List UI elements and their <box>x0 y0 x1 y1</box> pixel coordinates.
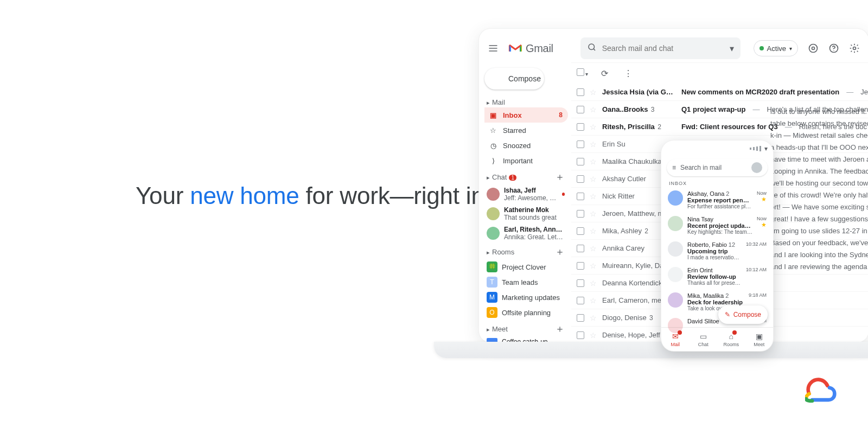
phone-search[interactable]: ≡ Search in mail <box>667 159 768 176</box>
search-icon <box>587 42 597 54</box>
star-icon[interactable]: ☆ <box>590 314 597 322</box>
star-icon[interactable]: ☆ <box>590 192 597 201</box>
overflow-snippet: k-in — Midwest retail sales check-in @ <box>770 131 868 139</box>
overflow-snippet: and I are looking into the Sydney mark <box>770 251 868 259</box>
phone-mail-row[interactable]: Akshay, Oana 2 Expense report pending Fo… <box>661 187 773 213</box>
star-icon[interactable]: ☆ <box>590 140 597 149</box>
star-icon[interactable]: ☆ <box>590 244 597 253</box>
room-item[interactable]: T Team leads <box>484 275 568 290</box>
star-icon[interactable]: ☆ <box>590 105 597 114</box>
nav-important[interactable]: ⟩Important <box>484 153 568 168</box>
star-icon[interactable]: ☆ <box>590 175 597 183</box>
gear-icon[interactable] <box>847 41 862 56</box>
avatar-icon <box>668 216 683 231</box>
star-icon[interactable]: ☆ <box>590 331 597 340</box>
add-meet-button[interactable]: ＋ <box>555 322 565 335</box>
star-icon[interactable]: ☆ <box>590 157 597 166</box>
svg-point-5 <box>853 47 856 50</box>
tab-mail[interactable]: ✉Mail <box>661 328 690 351</box>
tab-meet[interactable]: ▣Meet <box>745 328 774 351</box>
account-avatar[interactable] <box>751 162 762 173</box>
tab-rooms[interactable]: ⌂Rooms <box>717 328 745 351</box>
phone-mail-row[interactable]: Erin Orint Review follow-up Thanks all f… <box>661 264 773 289</box>
star-icon[interactable]: ☆ <box>590 227 597 235</box>
chat-item[interactable]: Katherine MokThat sounds great <box>484 204 568 224</box>
row-checkbox[interactable] <box>577 193 584 200</box>
row-checkbox[interactable] <box>577 141 584 148</box>
overflow-snippet: have time to meet with Jeroen and me <box>770 155 868 163</box>
row-checkbox[interactable] <box>577 279 584 287</box>
star-icon[interactable]: ☆ <box>590 88 597 97</box>
row-checkbox[interactable] <box>577 314 584 322</box>
refresh-icon[interactable]: ⟳ <box>597 66 612 81</box>
meet-icon: ▣ <box>756 332 763 341</box>
tab-chat[interactable]: ▭Chat <box>690 328 718 351</box>
select-all-checkbox[interactable]: ▾ <box>577 68 588 78</box>
support-icon[interactable] <box>806 41 821 56</box>
star-icon[interactable]: ☆ <box>590 279 597 288</box>
compose-label: Compose <box>508 74 541 83</box>
nav-snoozed[interactable]: ◷Snoozed <box>484 138 568 153</box>
presence-status[interactable]: Active ▾ <box>754 40 798 56</box>
chevron-down-icon[interactable]: ▾ <box>730 43 734 54</box>
chat-item[interactable]: Earl, Ritesh, AnnikaAnnika: Great. Let's… <box>484 224 568 243</box>
menu-icon[interactable] <box>486 41 501 56</box>
more-icon[interactable]: ⋮ <box>621 66 636 81</box>
row-checkbox[interactable] <box>577 88 584 96</box>
row-checkbox[interactable] <box>577 106 584 113</box>
star-icon[interactable]: ☆ <box>590 123 597 131</box>
row-checkbox[interactable] <box>577 331 584 339</box>
room-icon: O <box>487 307 497 318</box>
phone-mail-row[interactable]: Nina Tsay Recent project updates Key hig… <box>661 213 773 238</box>
chat-item[interactable]: Ishaa, JeffJeff: Awesome, thanks! <box>484 184 568 204</box>
nav-inbox[interactable]: ▣ Inbox 8 <box>484 107 568 123</box>
mail-toolbar: ▾ ⟳ ⋮ <box>571 63 868 84</box>
room-icon: T <box>487 277 497 288</box>
room-item[interactable]: M Marketing updates <box>484 290 568 305</box>
avatar-icon <box>668 241 683 257</box>
mail-header[interactable]: ▸Mail <box>484 96 568 107</box>
row-checkbox[interactable] <box>577 245 584 252</box>
chat-icon: ▭ <box>700 332 707 341</box>
row-checkbox[interactable] <box>577 210 584 218</box>
add-room-button[interactable]: ＋ <box>555 245 565 258</box>
overflow-snippet: great! I have a few suggestions for wh <box>770 215 868 223</box>
star-icon[interactable]: ☆ <box>590 261 597 270</box>
overflow-snippet: Based on your feedback, we've (hopefu <box>770 239 868 247</box>
room-item[interactable]: 🍀 Project Clover <box>484 259 568 275</box>
phone-mail-row[interactable]: Roberto, Fabio 12 Upcoming trip I made a… <box>661 238 773 264</box>
phone-mock: ▾ ≡ Search in mail INBOX Akshay, Oana 2 … <box>661 140 774 352</box>
mail-icon: ✉ <box>672 332 679 341</box>
mail-snippet: Jessica Dow said What about Ev <box>860 88 868 96</box>
overflow-snippet: we'll be hosting our second town ha <box>770 179 868 187</box>
chat-header[interactable]: ▸Chat1 ＋ <box>484 168 568 184</box>
row-checkbox[interactable] <box>577 227 584 235</box>
row-checkbox[interactable] <box>577 175 584 183</box>
avatar-icon <box>487 188 500 201</box>
top-bar: Gmail ▾ Active ▾ <box>479 34 868 62</box>
laptop-base <box>434 342 868 358</box>
meet-header[interactable]: ▸Meet ＋ <box>484 320 568 336</box>
mail-row[interactable]: ☆ Jessica Hsia (via Google. New comments… <box>571 84 868 101</box>
add-chat-button[interactable]: ＋ <box>555 170 565 183</box>
overflow-snippet: ort! — We have some exciting stuff t <box>770 203 868 211</box>
search-box[interactable]: ▾ <box>580 37 741 59</box>
phone-compose-button[interactable]: ✎ Compose <box>718 305 768 324</box>
menu-icon[interactable]: ≡ <box>672 164 676 171</box>
help-icon[interactable] <box>826 41 841 56</box>
row-checkbox[interactable] <box>577 158 584 165</box>
rooms-header[interactable]: ▸Rooms ＋ <box>484 243 568 259</box>
compose-button[interactable]: ＋ Compose <box>484 68 544 90</box>
avatar-icon <box>668 190 683 206</box>
row-checkbox[interactable] <box>577 297 584 304</box>
row-checkbox[interactable] <box>577 262 584 270</box>
svg-point-0 <box>589 44 595 50</box>
inbox-icon: ▣ <box>489 111 497 119</box>
search-input[interactable] <box>602 44 724 53</box>
row-checkbox[interactable] <box>577 123 584 131</box>
star-icon[interactable]: ☆ <box>590 296 597 305</box>
room-item[interactable]: O Offsite planning <box>484 305 568 320</box>
nav-starred[interactable]: ☆Starred <box>484 123 568 138</box>
star-icon[interactable]: ☆ <box>590 209 597 218</box>
headline-pre: Your <box>136 182 190 209</box>
